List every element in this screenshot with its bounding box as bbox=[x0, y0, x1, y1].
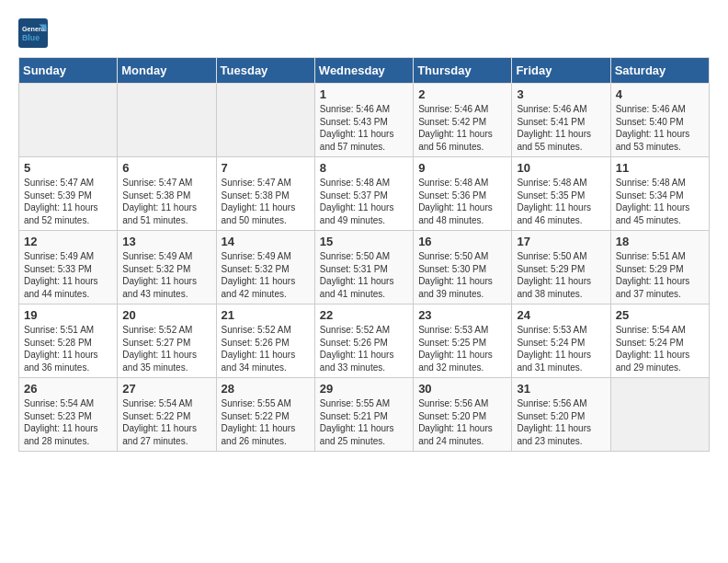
day-number: 22 bbox=[320, 308, 408, 322]
day-info: Sunrise: 5:47 AM Sunset: 5:38 PM Dayligh… bbox=[122, 177, 210, 226]
day-number: 24 bbox=[517, 308, 605, 322]
calendar-body: 1Sunrise: 5:46 AM Sunset: 5:43 PM Daylig… bbox=[19, 84, 710, 452]
calendar-cell: 8Sunrise: 5:48 AM Sunset: 5:37 PM Daylig… bbox=[314, 157, 413, 231]
day-info: Sunrise: 5:49 AM Sunset: 5:32 PM Dayligh… bbox=[122, 250, 210, 300]
weekday-header-thursday: Thursday bbox=[414, 58, 512, 84]
calendar-cell: 30Sunrise: 5:56 AM Sunset: 5:20 PM Dayli… bbox=[414, 378, 512, 452]
calendar-cell: 1Sunrise: 5:46 AM Sunset: 5:43 PM Daylig… bbox=[314, 84, 413, 157]
day-number: 28 bbox=[222, 382, 310, 396]
day-number: 29 bbox=[320, 382, 408, 396]
calendar-cell: 4Sunrise: 5:46 AM Sunset: 5:40 PM Daylig… bbox=[610, 84, 709, 157]
day-info: Sunrise: 5:50 AM Sunset: 5:29 PM Dayligh… bbox=[517, 250, 605, 300]
calendar-week-4: 19Sunrise: 5:51 AM Sunset: 5:28 PM Dayli… bbox=[19, 304, 710, 378]
day-info: Sunrise: 5:46 AM Sunset: 5:43 PM Dayligh… bbox=[320, 103, 408, 153]
weekday-header-sunday: Sunday bbox=[19, 58, 118, 84]
day-number: 10 bbox=[517, 161, 605, 175]
calendar-cell: 9Sunrise: 5:48 AM Sunset: 5:36 PM Daylig… bbox=[414, 157, 512, 231]
day-info: Sunrise: 5:46 AM Sunset: 5:42 PM Dayligh… bbox=[418, 103, 506, 153]
calendar-week-2: 5Sunrise: 5:47 AM Sunset: 5:39 PM Daylig… bbox=[19, 157, 710, 231]
calendar-cell: 5Sunrise: 5:47 AM Sunset: 5:39 PM Daylig… bbox=[19, 157, 118, 231]
day-info: Sunrise: 5:56 AM Sunset: 5:20 PM Dayligh… bbox=[418, 397, 506, 447]
day-info: Sunrise: 5:48 AM Sunset: 5:36 PM Dayligh… bbox=[418, 177, 506, 226]
day-number: 31 bbox=[517, 382, 605, 396]
day-number: 12 bbox=[24, 235, 112, 248]
day-info: Sunrise: 5:52 AM Sunset: 5:26 PM Dayligh… bbox=[222, 324, 310, 373]
day-number: 30 bbox=[418, 382, 506, 396]
day-info: Sunrise: 5:46 AM Sunset: 5:41 PM Dayligh… bbox=[517, 103, 605, 153]
calendar-cell bbox=[118, 84, 216, 157]
logo-icon: General Blue bbox=[18, 18, 48, 48]
calendar-cell: 28Sunrise: 5:55 AM Sunset: 5:22 PM Dayli… bbox=[216, 378, 314, 452]
day-number: 21 bbox=[222, 308, 310, 322]
day-number: 9 bbox=[418, 161, 506, 175]
weekday-header-monday: Monday bbox=[118, 58, 216, 84]
day-info: Sunrise: 5:53 AM Sunset: 5:24 PM Dayligh… bbox=[517, 324, 605, 373]
day-info: Sunrise: 5:48 AM Sunset: 5:34 PM Dayligh… bbox=[616, 177, 704, 226]
calendar-cell: 11Sunrise: 5:48 AM Sunset: 5:34 PM Dayli… bbox=[610, 157, 709, 231]
day-number: 16 bbox=[418, 235, 506, 248]
day-number: 3 bbox=[517, 87, 605, 101]
calendar-cell: 2Sunrise: 5:46 AM Sunset: 5:42 PM Daylig… bbox=[414, 84, 512, 157]
day-info: Sunrise: 5:55 AM Sunset: 5:21 PM Dayligh… bbox=[320, 397, 408, 447]
day-number: 17 bbox=[517, 235, 605, 248]
calendar-cell bbox=[216, 84, 314, 157]
day-number: 1 bbox=[320, 87, 408, 101]
calendar-cell: 3Sunrise: 5:46 AM Sunset: 5:41 PM Daylig… bbox=[512, 84, 610, 157]
day-info: Sunrise: 5:46 AM Sunset: 5:40 PM Dayligh… bbox=[616, 103, 704, 153]
calendar-cell bbox=[610, 378, 709, 452]
calendar-cell bbox=[19, 84, 118, 157]
day-info: Sunrise: 5:51 AM Sunset: 5:29 PM Dayligh… bbox=[616, 250, 704, 300]
day-number: 18 bbox=[616, 235, 704, 248]
calendar-cell: 22Sunrise: 5:52 AM Sunset: 5:26 PM Dayli… bbox=[314, 304, 413, 378]
calendar-cell: 6Sunrise: 5:47 AM Sunset: 5:38 PM Daylig… bbox=[118, 157, 216, 231]
svg-text:Blue: Blue bbox=[22, 33, 40, 42]
day-number: 15 bbox=[320, 235, 408, 248]
calendar-cell: 27Sunrise: 5:54 AM Sunset: 5:22 PM Dayli… bbox=[118, 378, 216, 452]
calendar-week-3: 12Sunrise: 5:49 AM Sunset: 5:33 PM Dayli… bbox=[19, 231, 710, 304]
day-number: 13 bbox=[122, 235, 210, 248]
calendar-cell: 18Sunrise: 5:51 AM Sunset: 5:29 PM Dayli… bbox=[610, 231, 709, 304]
day-info: Sunrise: 5:54 AM Sunset: 5:23 PM Dayligh… bbox=[24, 397, 112, 447]
calendar-cell: 16Sunrise: 5:50 AM Sunset: 5:30 PM Dayli… bbox=[414, 231, 512, 304]
calendar-cell: 23Sunrise: 5:53 AM Sunset: 5:25 PM Dayli… bbox=[414, 304, 512, 378]
day-number: 23 bbox=[418, 308, 506, 322]
day-info: Sunrise: 5:55 AM Sunset: 5:22 PM Dayligh… bbox=[222, 397, 310, 447]
day-info: Sunrise: 5:52 AM Sunset: 5:27 PM Dayligh… bbox=[122, 324, 210, 373]
weekday-header-friday: Friday bbox=[512, 58, 610, 84]
day-number: 11 bbox=[616, 161, 704, 175]
day-number: 26 bbox=[24, 382, 112, 396]
day-number: 5 bbox=[24, 161, 112, 175]
day-info: Sunrise: 5:47 AM Sunset: 5:38 PM Dayligh… bbox=[222, 177, 310, 226]
calendar-cell: 26Sunrise: 5:54 AM Sunset: 5:23 PM Dayli… bbox=[19, 378, 118, 452]
day-info: Sunrise: 5:48 AM Sunset: 5:35 PM Dayligh… bbox=[517, 177, 605, 226]
calendar-cell: 29Sunrise: 5:55 AM Sunset: 5:21 PM Dayli… bbox=[314, 378, 413, 452]
day-number: 20 bbox=[122, 308, 210, 322]
day-number: 27 bbox=[122, 382, 210, 396]
weekday-header-tuesday: Tuesday bbox=[216, 58, 314, 84]
weekday-header-row: SundayMondayTuesdayWednesdayThursdayFrid… bbox=[19, 58, 710, 84]
weekday-header-wednesday: Wednesday bbox=[314, 58, 413, 84]
calendar-cell: 17Sunrise: 5:50 AM Sunset: 5:29 PM Dayli… bbox=[512, 231, 610, 304]
day-info: Sunrise: 5:50 AM Sunset: 5:30 PM Dayligh… bbox=[418, 250, 506, 300]
day-info: Sunrise: 5:54 AM Sunset: 5:22 PM Dayligh… bbox=[122, 397, 210, 447]
calendar-cell: 12Sunrise: 5:49 AM Sunset: 5:33 PM Dayli… bbox=[19, 231, 118, 304]
page-header: General Blue bbox=[18, 18, 710, 48]
calendar-week-5: 26Sunrise: 5:54 AM Sunset: 5:23 PM Dayli… bbox=[19, 378, 710, 452]
calendar-cell: 21Sunrise: 5:52 AM Sunset: 5:26 PM Dayli… bbox=[216, 304, 314, 378]
calendar-cell: 19Sunrise: 5:51 AM Sunset: 5:28 PM Dayli… bbox=[19, 304, 118, 378]
calendar-cell: 13Sunrise: 5:49 AM Sunset: 5:32 PM Dayli… bbox=[118, 231, 216, 304]
day-info: Sunrise: 5:49 AM Sunset: 5:32 PM Dayligh… bbox=[222, 250, 310, 300]
logo: General Blue bbox=[18, 18, 51, 48]
day-number: 6 bbox=[122, 161, 210, 175]
day-info: Sunrise: 5:56 AM Sunset: 5:20 PM Dayligh… bbox=[517, 397, 605, 447]
day-info: Sunrise: 5:48 AM Sunset: 5:37 PM Dayligh… bbox=[320, 177, 408, 226]
weekday-header-saturday: Saturday bbox=[610, 58, 709, 84]
calendar-cell: 31Sunrise: 5:56 AM Sunset: 5:20 PM Dayli… bbox=[512, 378, 610, 452]
day-info: Sunrise: 5:51 AM Sunset: 5:28 PM Dayligh… bbox=[24, 324, 112, 373]
calendar-cell: 20Sunrise: 5:52 AM Sunset: 5:27 PM Dayli… bbox=[118, 304, 216, 378]
calendar-cell: 14Sunrise: 5:49 AM Sunset: 5:32 PM Dayli… bbox=[216, 231, 314, 304]
day-number: 19 bbox=[24, 308, 112, 322]
day-info: Sunrise: 5:52 AM Sunset: 5:26 PM Dayligh… bbox=[320, 324, 408, 373]
day-info: Sunrise: 5:53 AM Sunset: 5:25 PM Dayligh… bbox=[418, 324, 506, 373]
calendar-week-1: 1Sunrise: 5:46 AM Sunset: 5:43 PM Daylig… bbox=[19, 84, 710, 157]
